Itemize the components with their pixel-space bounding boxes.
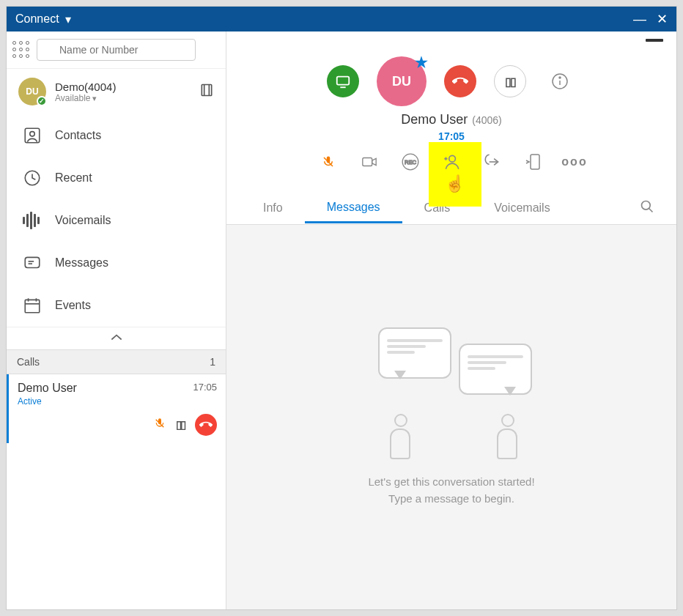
call-item[interactable]: Demo User 17:05 Active ▯▯ <box>7 374 226 443</box>
search-icon <box>640 199 654 214</box>
profile-name: Demo(4004) <box>55 81 116 93</box>
svg-line-35 <box>649 209 653 212</box>
contact-initials: DU <box>392 74 411 89</box>
send-to-device-button[interactable] <box>523 151 544 173</box>
screenshare-button[interactable] <box>327 65 359 97</box>
call-item-time: 17:05 <box>193 382 217 395</box>
profile-row[interactable]: DU ✓ Demo(4004) Available <box>7 69 226 114</box>
tab-voicemails[interactable]: Voicemails <box>472 194 572 222</box>
mute-button[interactable] <box>317 151 339 173</box>
messages-empty-state: Let's get this conversation started! Typ… <box>226 225 676 609</box>
voicemail-icon <box>23 211 42 230</box>
app-title: Connect <box>15 12 59 26</box>
search-input[interactable] <box>37 39 196 61</box>
collapse-toggle[interactable] <box>7 327 226 349</box>
empty-text-line2: Type a message to begin. <box>368 491 534 508</box>
calls-header-label: Calls <box>17 356 40 368</box>
empty-illustration <box>371 327 532 459</box>
svg-point-29 <box>449 155 456 162</box>
nav-messages[interactable]: Messages <box>7 242 226 284</box>
presence-badge: ✓ <box>37 96 47 106</box>
title-bar: Connect ▾ — ✕ <box>7 7 676 31</box>
tab-info[interactable]: Info <box>241 194 305 222</box>
contact-extension: (4006) <box>472 114 501 126</box>
profile-avatar: DU ✓ <box>18 78 46 105</box>
hold-button[interactable]: ▯▯ <box>494 65 526 97</box>
calls-count: 1 <box>210 356 215 368</box>
favorite-star-icon[interactable]: ★ <box>415 53 428 71</box>
keypad-icon[interactable] <box>199 83 214 100</box>
transfer-button[interactable] <box>481 151 503 173</box>
call-mute-icon[interactable] <box>154 416 166 434</box>
svg-marker-26 <box>372 158 377 165</box>
nav-events-label: Events <box>55 299 91 312</box>
info-button[interactable] <box>544 65 576 97</box>
app-title-dropdown-icon[interactable]: ▾ <box>65 12 71 26</box>
profile-status[interactable]: Available <box>55 93 116 103</box>
call-hold-icon[interactable]: ▯▯ <box>176 418 185 431</box>
contact-avatar: DU ★ <box>377 56 427 106</box>
main-menu-icon[interactable] <box>646 39 663 42</box>
tab-search-button[interactable] <box>632 192 662 224</box>
nav-recent-label: Recent <box>55 171 92 185</box>
call-timer: 17:05 <box>438 130 465 142</box>
contact-name: Demo User <box>401 112 468 127</box>
more-actions-button[interactable]: ooo <box>564 151 586 173</box>
add-person-button[interactable] <box>440 151 462 173</box>
nav-messages-label: Messages <box>55 256 108 270</box>
svg-point-23 <box>559 77 561 78</box>
cursor-hand-icon: ☝ <box>445 174 465 193</box>
main-panel: DU ★ ▯▯ Demo User (4006) 17:05 <box>226 31 676 609</box>
svg-text:REC: REC <box>405 159 417 166</box>
search-input-wrap[interactable] <box>37 39 220 61</box>
call-item-status: Active <box>18 396 217 407</box>
minimize-button[interactable]: — <box>633 12 646 27</box>
empty-text-line1: Let's get this conversation started! <box>368 474 534 491</box>
nav-recent[interactable]: Recent <box>7 157 226 199</box>
dialpad-grid-icon[interactable] <box>12 41 31 59</box>
calls-section-header: Calls 1 <box>7 349 226 374</box>
svg-point-34 <box>642 201 651 210</box>
record-button[interactable]: REC <box>399 151 421 173</box>
chevron-up-icon <box>109 333 124 342</box>
svg-rect-25 <box>363 158 372 166</box>
nav-voicemails[interactable]: Voicemails <box>7 199 226 242</box>
app-window: Connect ▾ — ✕ DU ✓ <box>6 6 677 610</box>
hangup-button[interactable] <box>444 65 476 97</box>
svg-rect-19 <box>337 77 350 85</box>
profile-initials: DU <box>26 86 38 97</box>
svg-rect-5 <box>25 128 40 143</box>
svg-rect-8 <box>25 257 40 267</box>
sidebar: DU ✓ Demo(4004) Available Contacts Recen… <box>7 31 226 609</box>
svg-rect-11 <box>25 300 40 312</box>
svg-point-6 <box>30 132 35 137</box>
nav-contacts-label: Contacts <box>55 129 101 142</box>
svg-rect-33 <box>531 155 539 169</box>
video-button[interactable] <box>358 151 380 173</box>
svg-rect-2 <box>202 85 211 96</box>
nav-voicemails-label: Voicemails <box>55 214 111 227</box>
call-hero: DU ★ ▯▯ Demo User (4006) 17:05 <box>226 49 676 177</box>
close-button[interactable]: ✕ <box>657 11 668 27</box>
call-hangup-button[interactable] <box>195 414 217 436</box>
tab-messages[interactable]: Messages <box>305 193 402 223</box>
action-row: REC ☝ ooo <box>317 151 586 173</box>
contact-name-row: Demo User (4006) <box>401 112 502 127</box>
nav-contacts[interactable]: Contacts <box>7 114 226 157</box>
call-item-name: Demo User <box>18 382 77 395</box>
nav-events[interactable]: Events <box>7 284 226 327</box>
